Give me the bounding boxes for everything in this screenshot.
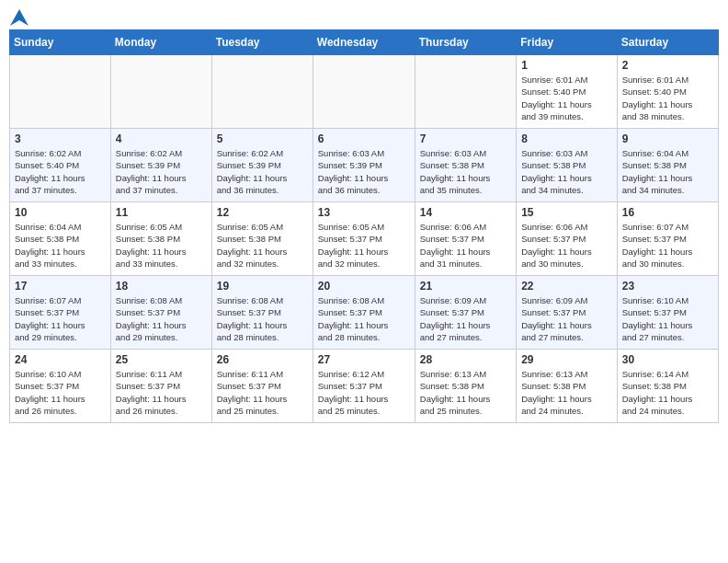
- day-number: 2: [622, 59, 713, 72]
- day-number: 20: [318, 280, 410, 293]
- calendar-cell: 17Sunrise: 6:07 AM Sunset: 5:37 PM Dayli…: [10, 276, 111, 350]
- calendar-cell: 14Sunrise: 6:06 AM Sunset: 5:37 PM Dayli…: [415, 202, 516, 276]
- calendar-cell: 11Sunrise: 6:05 AM Sunset: 5:38 PM Dayli…: [110, 202, 211, 276]
- day-number: 22: [521, 280, 612, 293]
- day-info: Sunrise: 6:03 AM Sunset: 5:38 PM Dayligh…: [420, 147, 511, 196]
- day-number: 24: [15, 353, 106, 366]
- day-number: 27: [318, 353, 410, 366]
- weekday-header-tuesday: Tuesday: [211, 30, 313, 55]
- calendar-cell: 30Sunrise: 6:14 AM Sunset: 5:38 PM Dayli…: [617, 350, 718, 423]
- day-info: Sunrise: 6:05 AM Sunset: 5:37 PM Dayligh…: [318, 221, 410, 270]
- weekday-header-wednesday: Wednesday: [313, 30, 415, 55]
- calendar-cell: [211, 55, 313, 129]
- day-number: 9: [622, 132, 713, 145]
- calendar-cell: 27Sunrise: 6:12 AM Sunset: 5:37 PM Dayli…: [313, 350, 415, 423]
- calendar-week-4: 17Sunrise: 6:07 AM Sunset: 5:37 PM Dayli…: [10, 276, 719, 350]
- calendar-cell: 10Sunrise: 6:04 AM Sunset: 5:38 PM Dayli…: [10, 202, 111, 276]
- day-info: Sunrise: 6:07 AM Sunset: 5:37 PM Dayligh…: [622, 221, 713, 270]
- calendar-cell: 23Sunrise: 6:10 AM Sunset: 5:37 PM Dayli…: [617, 276, 718, 350]
- calendar-cell: 13Sunrise: 6:05 AM Sunset: 5:37 PM Dayli…: [313, 202, 415, 276]
- day-number: 10: [15, 206, 106, 219]
- day-number: 8: [521, 132, 612, 145]
- day-info: Sunrise: 6:12 AM Sunset: 5:37 PM Dayligh…: [318, 368, 410, 417]
- day-number: 12: [217, 206, 308, 219]
- calendar-cell: 7Sunrise: 6:03 AM Sunset: 5:38 PM Daylig…: [415, 129, 516, 202]
- calendar-cell: 18Sunrise: 6:08 AM Sunset: 5:37 PM Dayli…: [110, 276, 211, 350]
- calendar-table: SundayMondayTuesdayWednesdayThursdayFrid…: [9, 29, 719, 423]
- day-number: 29: [521, 353, 612, 366]
- day-info: Sunrise: 6:08 AM Sunset: 5:37 PM Dayligh…: [116, 294, 207, 343]
- day-number: 6: [318, 132, 410, 145]
- day-info: Sunrise: 6:10 AM Sunset: 5:37 PM Dayligh…: [15, 368, 106, 417]
- day-info: Sunrise: 6:06 AM Sunset: 5:37 PM Dayligh…: [521, 221, 612, 270]
- day-info: Sunrise: 6:03 AM Sunset: 5:39 PM Dayligh…: [318, 147, 410, 196]
- day-info: Sunrise: 6:11 AM Sunset: 5:37 PM Dayligh…: [116, 368, 207, 417]
- day-number: 11: [116, 206, 207, 219]
- calendar-header-row: SundayMondayTuesdayWednesdayThursdayFrid…: [10, 30, 719, 55]
- day-info: Sunrise: 6:10 AM Sunset: 5:37 PM Dayligh…: [622, 294, 713, 343]
- calendar-week-3: 10Sunrise: 6:04 AM Sunset: 5:38 PM Dayli…: [10, 202, 719, 276]
- logo-bird-icon: [10, 9, 28, 26]
- calendar-cell: 3Sunrise: 6:02 AM Sunset: 5:40 PM Daylig…: [10, 129, 111, 202]
- calendar-cell: 9Sunrise: 6:04 AM Sunset: 5:38 PM Daylig…: [617, 129, 718, 202]
- day-info: Sunrise: 6:03 AM Sunset: 5:38 PM Dayligh…: [521, 147, 612, 196]
- day-info: Sunrise: 6:08 AM Sunset: 5:37 PM Dayligh…: [217, 294, 308, 343]
- day-number: 7: [420, 132, 511, 145]
- day-number: 4: [116, 132, 207, 145]
- day-number: 16: [622, 206, 713, 219]
- calendar-week-2: 3Sunrise: 6:02 AM Sunset: 5:40 PM Daylig…: [10, 129, 719, 202]
- day-info: Sunrise: 6:02 AM Sunset: 5:39 PM Dayligh…: [217, 147, 308, 196]
- day-number: 5: [217, 132, 308, 145]
- calendar-cell: 5Sunrise: 6:02 AM Sunset: 5:39 PM Daylig…: [211, 129, 313, 202]
- calendar-week-5: 24Sunrise: 6:10 AM Sunset: 5:37 PM Dayli…: [10, 350, 719, 423]
- weekday-header-thursday: Thursday: [415, 30, 516, 55]
- calendar-cell: 28Sunrise: 6:13 AM Sunset: 5:38 PM Dayli…: [415, 350, 516, 423]
- calendar-cell: 8Sunrise: 6:03 AM Sunset: 5:38 PM Daylig…: [517, 129, 618, 202]
- day-number: 3: [15, 132, 106, 145]
- calendar-cell: 25Sunrise: 6:11 AM Sunset: 5:37 PM Dayli…: [110, 350, 211, 423]
- page-header: [9, 9, 719, 24]
- day-info: Sunrise: 6:01 AM Sunset: 5:40 PM Dayligh…: [521, 74, 612, 122]
- day-info: Sunrise: 6:08 AM Sunset: 5:37 PM Dayligh…: [318, 294, 410, 343]
- day-number: 21: [420, 280, 511, 293]
- weekday-header-friday: Friday: [517, 30, 618, 55]
- day-number: 30: [622, 353, 713, 366]
- day-number: 18: [116, 280, 207, 293]
- calendar-cell: 12Sunrise: 6:05 AM Sunset: 5:38 PM Dayli…: [211, 202, 313, 276]
- day-info: Sunrise: 6:06 AM Sunset: 5:37 PM Dayligh…: [420, 221, 511, 270]
- weekday-header-monday: Monday: [110, 30, 211, 55]
- calendar-cell: 20Sunrise: 6:08 AM Sunset: 5:37 PM Dayli…: [313, 276, 415, 350]
- day-info: Sunrise: 6:07 AM Sunset: 5:37 PM Dayligh…: [15, 294, 106, 343]
- day-info: Sunrise: 6:04 AM Sunset: 5:38 PM Dayligh…: [15, 221, 106, 270]
- day-number: 15: [521, 206, 612, 219]
- calendar-cell: [313, 55, 415, 129]
- day-info: Sunrise: 6:13 AM Sunset: 5:38 PM Dayligh…: [521, 368, 612, 417]
- day-number: 17: [15, 280, 106, 293]
- day-info: Sunrise: 6:14 AM Sunset: 5:38 PM Dayligh…: [622, 368, 713, 417]
- calendar-cell: 1Sunrise: 6:01 AM Sunset: 5:40 PM Daylig…: [517, 55, 618, 129]
- day-info: Sunrise: 6:09 AM Sunset: 5:37 PM Dayligh…: [521, 294, 612, 343]
- day-info: Sunrise: 6:02 AM Sunset: 5:39 PM Dayligh…: [116, 147, 207, 196]
- day-info: Sunrise: 6:04 AM Sunset: 5:38 PM Dayligh…: [622, 147, 713, 196]
- day-info: Sunrise: 6:05 AM Sunset: 5:38 PM Dayligh…: [116, 221, 207, 270]
- logo: [9, 9, 28, 24]
- svg-marker-0: [10, 9, 28, 26]
- day-number: 1: [521, 59, 612, 72]
- calendar-cell: 15Sunrise: 6:06 AM Sunset: 5:37 PM Dayli…: [517, 202, 618, 276]
- calendar-cell: 2Sunrise: 6:01 AM Sunset: 5:40 PM Daylig…: [617, 55, 718, 129]
- day-info: Sunrise: 6:02 AM Sunset: 5:40 PM Dayligh…: [15, 147, 106, 196]
- day-number: 25: [116, 353, 207, 366]
- day-number: 23: [622, 280, 713, 293]
- calendar-cell: 22Sunrise: 6:09 AM Sunset: 5:37 PM Dayli…: [517, 276, 618, 350]
- day-number: 14: [420, 206, 511, 219]
- calendar-cell: 16Sunrise: 6:07 AM Sunset: 5:37 PM Dayli…: [617, 202, 718, 276]
- day-number: 19: [217, 280, 308, 293]
- calendar-cell: 4Sunrise: 6:02 AM Sunset: 5:39 PM Daylig…: [110, 129, 211, 202]
- calendar-cell: 29Sunrise: 6:13 AM Sunset: 5:38 PM Dayli…: [517, 350, 618, 423]
- day-number: 26: [217, 353, 308, 366]
- day-info: Sunrise: 6:01 AM Sunset: 5:40 PM Dayligh…: [622, 74, 713, 122]
- calendar-week-1: 1Sunrise: 6:01 AM Sunset: 5:40 PM Daylig…: [10, 55, 719, 129]
- weekday-header-saturday: Saturday: [617, 30, 718, 55]
- weekday-header-sunday: Sunday: [10, 30, 111, 55]
- calendar-cell: 21Sunrise: 6:09 AM Sunset: 5:37 PM Dayli…: [415, 276, 516, 350]
